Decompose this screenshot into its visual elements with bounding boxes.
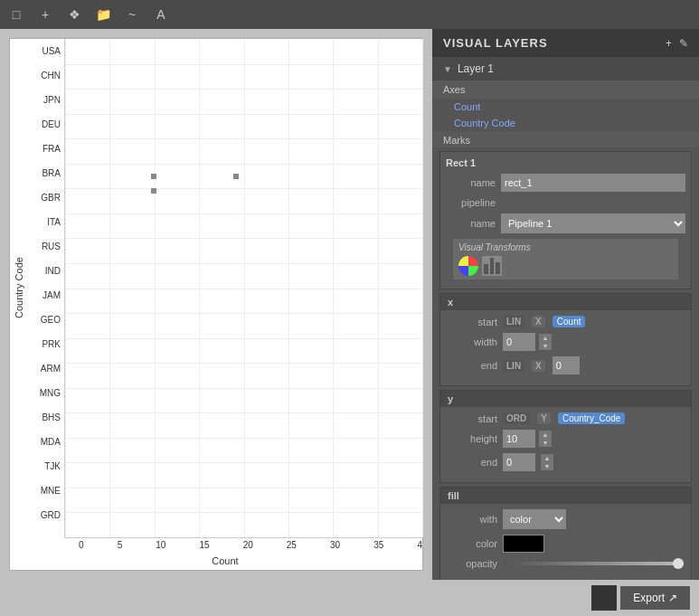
fill-body: with color color opacity: [440, 504, 691, 580]
x-width-label: width: [448, 336, 497, 347]
grid-line-h8: [65, 263, 422, 264]
bottom-bar: Export ↗: [0, 580, 699, 616]
x-start-label: start: [448, 317, 497, 327]
wave-icon[interactable]: ~: [123, 5, 141, 24]
grid-line-h10: [65, 313, 422, 314]
folder-icon[interactable]: 📁: [94, 5, 112, 24]
vt-icons: [458, 256, 673, 276]
y-start-label: start: [448, 413, 497, 424]
grid-line-h0: [65, 64, 422, 65]
x-end-label: end: [448, 360, 497, 371]
x-width-row: width ▲ ▼: [448, 333, 684, 351]
x-axis-area: 0 5 10 15 20 25 30 35 4: [28, 538, 422, 555]
fill-color-label: color: [448, 538, 497, 549]
fill-section: fill with color color opacity: [439, 487, 692, 580]
axes-item-country-code[interactable]: Country Code: [432, 115, 699, 131]
name-row: name: [446, 174, 685, 192]
square-icon[interactable]: □: [7, 5, 25, 24]
grid-line-h5: [65, 188, 422, 189]
grid-line-h1: [65, 89, 422, 90]
y-end-input[interactable]: [503, 453, 535, 471]
visual-transforms-label: Visual Transforms: [458, 242, 673, 252]
vt-pie-icon[interactable]: [458, 256, 478, 276]
x-width-down[interactable]: ▼: [539, 342, 552, 350]
name-input[interactable]: [501, 174, 685, 192]
x-axis-title: Count: [28, 555, 422, 570]
panel-title: VISUAL LAYERS: [443, 36, 548, 50]
x-width-input[interactable]: [503, 333, 535, 351]
x-width-input-group: ▲ ▼: [503, 333, 552, 351]
y-start-country-tag[interactable]: Country_Code: [558, 412, 625, 424]
y-end-up[interactable]: ▲: [541, 454, 553, 462]
plus-icon[interactable]: +: [36, 5, 54, 24]
layer-section: ▼ Layer 1 Axes Count Country Code Marks …: [432, 57, 699, 580]
y-start-row: start ORD Y Country_Code: [448, 412, 684, 424]
x-axis-block: x start LIN X Count width ▲: [439, 293, 692, 386]
pipeline-name-label: name: [446, 218, 496, 229]
fill-opacity-row: opacity: [448, 558, 684, 569]
grid-line-h2: [65, 114, 422, 115]
fill-color-row: color: [448, 535, 684, 553]
y-height-down[interactable]: ▼: [539, 439, 552, 447]
text-icon[interactable]: A: [152, 5, 170, 24]
x-width-up[interactable]: ▲: [539, 334, 552, 342]
layer-name: Layer 1: [458, 62, 494, 75]
x-end-lin-tag: LIN: [503, 360, 524, 372]
vt-bar-icon[interactable]: [482, 256, 502, 276]
grid-line-h11: [65, 338, 422, 339]
edit-layer-icon[interactable]: ✎: [679, 37, 688, 50]
rect-section: Rect 1 name pipeline name Pipeline 1 Vi: [439, 151, 692, 289]
layer-collapse-icon: ▼: [443, 64, 452, 74]
y-height-up[interactable]: ▲: [539, 431, 552, 439]
chart-container: Country Code USA CHN JPN DEU FRA BRA GBR…: [9, 38, 423, 571]
grid-line-h7: [65, 238, 422, 239]
pipeline-label: pipeline: [446, 197, 496, 208]
export-button[interactable]: Export ↗: [620, 586, 690, 610]
x-start-x-tag: X: [532, 316, 545, 327]
toolbar: □ + ❖ 📁 ~ A: [0, 0, 699, 29]
y-end-down[interactable]: ▼: [541, 462, 553, 470]
name-field-label: name: [446, 177, 496, 188]
grid-line-h9: [65, 289, 422, 289]
x-axis-block-header: x: [440, 294, 691, 310]
pipeline-label-row: pipeline: [446, 197, 685, 208]
layer-header[interactable]: ▼ Layer 1: [432, 57, 699, 81]
y-end-row: end ▲ ▼: [448, 453, 684, 471]
x-end-row: end LIN X: [448, 356, 684, 374]
fill-with-select[interactable]: color: [503, 509, 566, 529]
y-height-input-group: ▲ ▼: [503, 430, 552, 448]
opacity-thumb: [673, 558, 684, 569]
y-axis-block-header: y: [440, 391, 691, 407]
x-start-count-tag[interactable]: Count: [553, 316, 586, 327]
grid-line-h14: [65, 412, 422, 413]
y-height-input[interactable]: [503, 430, 535, 448]
fill-with-row: with color: [448, 509, 684, 529]
pipeline-select[interactable]: Pipeline 1: [501, 213, 685, 233]
grid-line-h18: [65, 512, 422, 513]
grid-line-h16: [65, 462, 422, 463]
chart-area: Country Code USA CHN JPN DEU FRA BRA GBR…: [0, 29, 432, 580]
grid-line-h12: [65, 363, 422, 364]
pipeline-name-row: name Pipeline 1: [446, 213, 685, 233]
opacity-slider[interactable]: [503, 562, 684, 565]
grid-line-h6: [65, 213, 422, 214]
rect-title: Rect 1: [446, 157, 685, 168]
right-panel: VISUAL LAYERS + ✎ ▼ Layer 1 Axes Count C…: [432, 29, 699, 580]
axes-label: Axes: [432, 81, 699, 99]
export-icon: ↗: [668, 592, 677, 604]
axes-item-count[interactable]: Count: [432, 99, 699, 115]
panel-header: VISUAL LAYERS + ✎: [432, 29, 699, 57]
y-labels: USA CHN JPN DEU FRA BRA GBR ITA RUS IND …: [28, 39, 64, 538]
y-axis-block: y start ORD Y Country_Code height ▲: [439, 390, 692, 483]
fill-header: fill: [440, 488, 691, 504]
main-content: Country Code USA CHN JPN DEU FRA BRA GBR…: [0, 29, 699, 580]
tag-icon[interactable]: ❖: [65, 5, 83, 24]
grid-line-h17: [65, 488, 422, 488]
plot-area: [64, 39, 422, 538]
add-layer-icon[interactable]: +: [666, 37, 672, 50]
marks-label: Marks: [432, 131, 699, 147]
visual-transforms-section: Visual Transforms: [453, 239, 678, 280]
x-end-x-tag: X: [532, 360, 545, 372]
color-swatch[interactable]: [503, 535, 544, 553]
x-end-value-input[interactable]: [553, 356, 580, 374]
